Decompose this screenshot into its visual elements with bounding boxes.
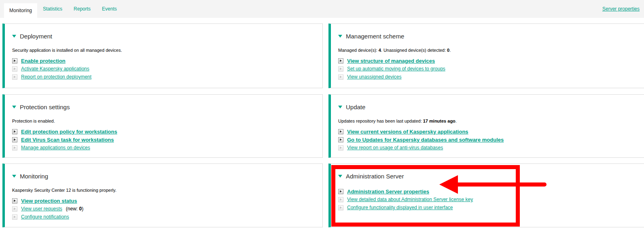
link-row: View current versions of Kaspersky appli…	[338, 127, 644, 136]
link-row: Configure functionality displayed in use…	[338, 204, 644, 212]
panel-link-administration-server-properties[interactable]: Administration Server properties	[347, 189, 429, 195]
panel-link-report-on-protection-deployment[interactable]: Report on protection deployment	[21, 74, 91, 80]
collapse-triangle-icon[interactable]	[12, 35, 16, 38]
link-row: View unassigned devices	[338, 73, 644, 81]
panel-header: Protection settings	[12, 104, 315, 110]
tab-monitoring[interactable]: Monitoring	[4, 3, 37, 18]
panel-link-edit-protection-policy-for-workstations[interactable]: Edit protection policy for workstations	[21, 129, 117, 135]
link-row: View protection status	[12, 197, 315, 205]
run-arrow-icon[interactable]	[12, 66, 17, 72]
panel-management-scheme: Management scheme Managed device(s): 4. …	[328, 23, 644, 88]
panel-header: Administration Server	[338, 173, 644, 179]
server-properties-link[interactable]: Server properties	[602, 6, 640, 12]
collapse-triangle-icon[interactable]	[12, 106, 16, 108]
link-row: Set up automatic moving of devices to gr…	[338, 65, 644, 73]
link-suffix-text: (new: 0)	[66, 206, 83, 212]
panel-link-view-structure-of-managed-devices[interactable]: View structure of managed devices	[347, 58, 435, 64]
run-arrow-icon[interactable]	[12, 129, 17, 134]
run-arrow-icon[interactable]	[12, 206, 17, 212]
panel-link-view-detailed-data-about-administration-server-license-key[interactable]: View detailed data about Administration …	[347, 197, 473, 202]
panel-link-view-protection-status[interactable]: View protection status	[21, 198, 77, 204]
link-row: Report on protection deployment	[12, 73, 315, 81]
panel-link-configure-notifications[interactable]: Configure notifications	[21, 214, 69, 220]
tab-bar: MonitoringStatisticsReportsEvents Server…	[0, 0, 644, 18]
link-row: Enable protection	[12, 57, 315, 65]
run-arrow-icon[interactable]	[12, 214, 17, 220]
panel-header: Management scheme	[338, 33, 644, 39]
panel-status-text: Security application is installed on all…	[12, 47, 315, 53]
panel-title: Management scheme	[346, 33, 404, 40]
run-arrow-icon[interactable]	[338, 58, 343, 64]
panel-title: Update	[346, 104, 365, 110]
panel-update: Update Updates repository has been last …	[328, 94, 644, 158]
tab-reports[interactable]: Reports	[68, 0, 96, 18]
panel-links: Edit protection policy for workstationsE…	[12, 127, 315, 152]
panel-link-enable-protection[interactable]: Enable protection	[21, 58, 66, 64]
run-arrow-icon[interactable]	[338, 189, 343, 194]
link-row: View user requests (new: 0)	[12, 205, 315, 213]
panel-title: Deployment	[20, 33, 52, 40]
panel-links: View structure of managed devicesSet up …	[338, 57, 644, 81]
panel-header: Update	[338, 104, 644, 110]
panel-deployment: Deployment Security application is insta…	[2, 23, 323, 88]
panel-link-activate-kaspersky-applications[interactable]: Activate Kaspersky applications	[21, 66, 89, 72]
run-arrow-icon[interactable]	[12, 145, 17, 151]
link-row: Activate Kaspersky applications	[12, 65, 315, 73]
run-arrow-icon[interactable]	[12, 137, 17, 142]
panel-status-text: Updates repository has been last updated…	[338, 118, 644, 124]
run-arrow-icon[interactable]	[12, 58, 17, 64]
panel-status-text: Protection is enabled.	[12, 118, 315, 124]
run-arrow-icon[interactable]	[12, 74, 17, 80]
panel-title: Administration Server	[346, 173, 404, 180]
link-row: Manage applications on devices	[12, 144, 315, 152]
tab-strip: MonitoringStatisticsReportsEvents	[4, 0, 123, 18]
link-row: View structure of managed devices	[338, 57, 644, 65]
collapse-triangle-icon[interactable]	[12, 175, 16, 178]
collapse-triangle-icon[interactable]	[338, 35, 342, 38]
panel-link-view-user-requests[interactable]: View user requests	[21, 206, 62, 212]
run-arrow-icon[interactable]	[338, 205, 343, 210]
run-arrow-icon[interactable]	[338, 197, 343, 202]
panel-protection-settings: Protection settings Protection is enable…	[2, 94, 323, 158]
panel-link-configure-functionality-displayed-in-user-interface[interactable]: Configure functionality displayed in use…	[347, 205, 453, 210]
link-row: View report on usage of anti-virus datab…	[338, 144, 644, 152]
panel-links: Enable protectionActivate Kaspersky appl…	[12, 57, 315, 81]
run-arrow-icon[interactable]	[338, 129, 343, 134]
panel-link-view-report-on-usage-of-anti-virus-databases[interactable]: View report on usage of anti-virus datab…	[347, 145, 443, 151]
link-row: Edit protection policy for workstations	[12, 127, 315, 136]
panel-link-set-up-automatic-moving-of-devices-to-groups[interactable]: Set up automatic moving of devices to gr…	[347, 66, 445, 72]
run-arrow-icon[interactable]	[12, 198, 17, 204]
link-row: Administration Server properties	[338, 187, 644, 195]
collapse-triangle-icon[interactable]	[338, 175, 342, 178]
collapse-triangle-icon[interactable]	[338, 106, 342, 108]
run-arrow-icon[interactable]	[338, 66, 343, 72]
panel-monitoring: Monitoring Kaspersky Security Center 12 …	[2, 163, 323, 227]
panel-link-manage-applications-on-devices[interactable]: Manage applications on devices	[21, 145, 90, 151]
run-arrow-icon[interactable]	[338, 74, 343, 80]
link-row: Edit Virus Scan task for workstations	[12, 136, 315, 144]
tab-events[interactable]: Events	[96, 0, 123, 18]
panel-title: Monitoring	[20, 173, 48, 180]
panel-header: Deployment	[12, 33, 315, 39]
panel-administration-server: Administration Server Administration Ser…	[328, 163, 644, 227]
panel-status-text: Managed device(s): 4. Unassigned device(…	[338, 47, 644, 53]
panel-link-view-current-versions-of-kaspersky-applications[interactable]: View current versions of Kaspersky appli…	[347, 129, 468, 135]
panel-link-go-to-updates-for-kaspersky-databases-and-software-modules[interactable]: Go to Updates for Kaspersky databases an…	[347, 137, 504, 143]
panel-links: Administration Server propertiesView det…	[338, 187, 644, 212]
run-arrow-icon[interactable]	[338, 137, 343, 142]
panel-links: View protection statusView user requests…	[12, 197, 315, 221]
link-row: View detailed data about Administration …	[338, 195, 644, 204]
panel-header: Monitoring	[12, 173, 315, 179]
run-arrow-icon[interactable]	[338, 145, 343, 151]
panel-status-text: Kaspersky Security Center 12 is function…	[12, 187, 315, 193]
tab-statistics[interactable]: Statistics	[37, 0, 68, 18]
link-row: Go to Updates for Kaspersky databases an…	[338, 136, 644, 144]
panel-link-view-unassigned-devices[interactable]: View unassigned devices	[347, 74, 402, 80]
panel-title: Protection settings	[20, 104, 70, 110]
panel-link-edit-virus-scan-task-for-workstations[interactable]: Edit Virus Scan task for workstations	[21, 137, 114, 143]
link-row: Configure notifications	[12, 213, 315, 221]
panel-links: View current versions of Kaspersky appli…	[338, 127, 644, 152]
